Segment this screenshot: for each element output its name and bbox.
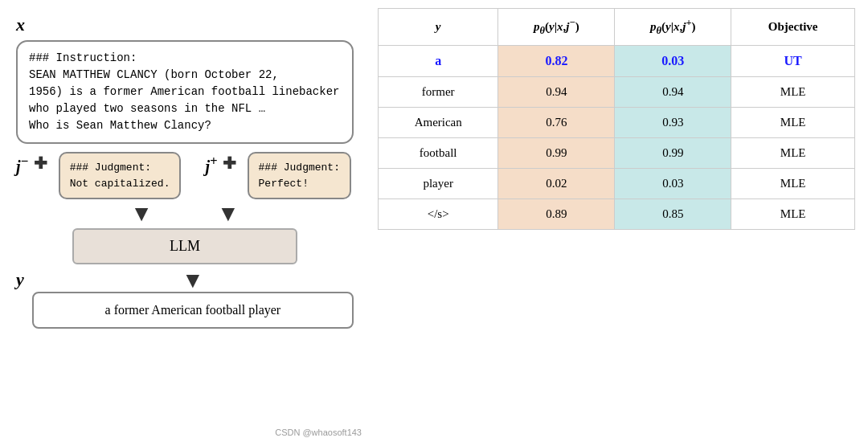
table-row: </s>0.890.85MLE: [379, 199, 855, 230]
table-cell-y: </s>: [379, 199, 498, 230]
col-header-p-minus: pθ(y|x,j−): [498, 9, 615, 46]
arrow-down-output: ▼: [182, 269, 204, 292]
table-cell-p-plus: 0.99: [615, 138, 731, 169]
table-cell-p-minus: 0.89: [498, 199, 615, 230]
table-cell-objective: UT: [731, 46, 855, 77]
table-row: football0.990.99MLE: [379, 138, 855, 169]
col-header-y: y: [379, 9, 498, 46]
table-row: a0.820.03UT: [379, 46, 855, 77]
instruction-line5: Who is Sean Matthew Clancy?: [29, 117, 341, 134]
table-cell-p-plus: 0.85: [615, 199, 731, 230]
right-panel: y pθ(y|x,j−) pθ(y|x,j+) Objective a0.820…: [370, 0, 868, 442]
judgment-plus-line1: ### Judgment:: [259, 160, 340, 176]
table-cell-objective: MLE: [731, 138, 855, 169]
x-label: x: [16, 14, 354, 35]
col-header-objective: Objective: [731, 9, 855, 46]
instruction-line4: who played two seasons in the NFL …: [29, 100, 341, 117]
table-cell-y: a: [379, 46, 498, 77]
llm-box-wrapper: LLM: [72, 228, 297, 264]
col-header-p-plus: pθ(y|x,j+): [615, 9, 731, 46]
table-row: player0.020.03MLE: [379, 169, 855, 199]
table-cell-objective: MLE: [731, 169, 855, 199]
judgment-plus-line2: Perfect!: [259, 176, 340, 192]
table-row: former0.940.94MLE: [379, 77, 855, 108]
j-minus-plus-icon: ✚: [34, 153, 47, 173]
table-cell-p-minus: 0.76: [498, 108, 615, 138]
two-arrows-row: ▼ ▼: [16, 203, 354, 225]
j-plus-pair: j+ ✚: [205, 152, 239, 176]
table-cell-y: player: [379, 169, 498, 199]
table-cell-objective: MLE: [731, 108, 855, 138]
table-cell-p-minus: 0.94: [498, 77, 615, 108]
table-cell-objective: MLE: [731, 77, 855, 108]
table-cell-p-plus: 0.93: [615, 108, 731, 138]
left-panel: x ### Instruction: SEAN MATTHEW CLANCY (…: [0, 0, 370, 442]
table-cell-p-plus: 0.03: [615, 169, 731, 199]
table-cell-p-plus: 0.94: [615, 77, 731, 108]
arrow-down-left: ▼: [130, 203, 153, 225]
j-plus-plus-icon: ✚: [223, 153, 236, 173]
table-cell-y: football: [379, 138, 498, 169]
table-cell-p-minus: 0.02: [498, 169, 615, 199]
y-label: y: [16, 269, 24, 290]
judgment-minus-box: ### Judgment: Not capitalized.: [59, 152, 182, 199]
table-cell-objective: MLE: [731, 199, 855, 230]
j-minus-pair: j− ✚: [16, 152, 51, 176]
table-cell-p-minus: 0.99: [498, 138, 615, 169]
j-row: j− ✚ ### Judgment: Not capitalized. j+ ✚…: [16, 152, 354, 199]
judgment-minus-line1: ### Judgment:: [70, 160, 170, 176]
table-cell-p-minus: 0.82: [498, 46, 615, 77]
arrow-down-right: ▼: [217, 203, 240, 225]
llm-box: LLM: [72, 228, 297, 264]
instruction-line3: 1956) is a former American football line…: [29, 84, 341, 100]
judgment-minus-line2: Not capitalized.: [70, 176, 170, 192]
instruction-line1: ### Instruction:: [29, 50, 341, 67]
instruction-line2: SEAN MATTHEW CLANCY (born October 22,: [29, 67, 341, 84]
j-plus-label: j+: [205, 153, 217, 176]
results-table: y pθ(y|x,j−) pθ(y|x,j+) Objective a0.820…: [378, 8, 855, 230]
j-minus-label: j−: [16, 153, 29, 176]
judgment-plus-box: ### Judgment: Perfect!: [248, 152, 351, 199]
instruction-box: ### Instruction: SEAN MATTHEW CLANCY (bo…: [16, 40, 354, 144]
table-cell-y: former: [379, 77, 498, 108]
watermark: CSDN @whaosoft143: [275, 428, 362, 437]
table-header-row: y pθ(y|x,j−) pθ(y|x,j+) Objective: [379, 9, 855, 46]
arrows-and-llm: ▼ ▼ LLM: [16, 203, 354, 266]
table-cell-p-plus: 0.03: [615, 46, 731, 77]
table-row: American0.760.93MLE: [379, 108, 855, 138]
table-cell-y: American: [379, 108, 498, 138]
output-box: a former American football player: [32, 292, 354, 329]
